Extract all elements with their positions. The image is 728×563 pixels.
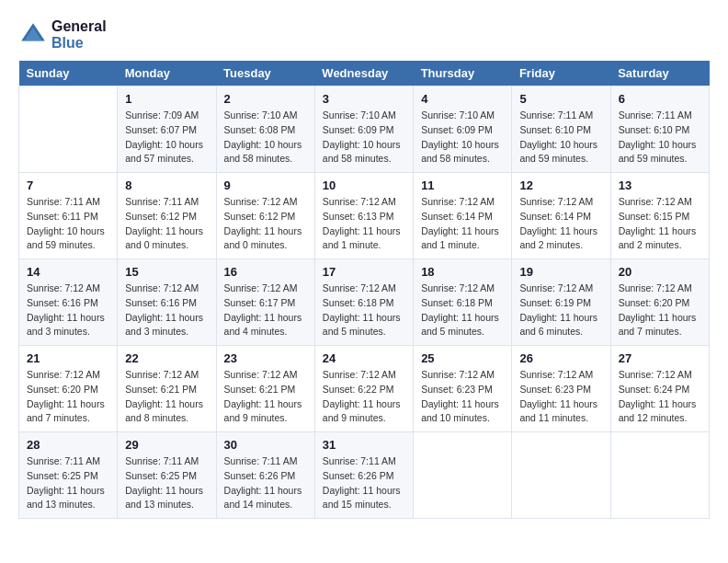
day-info: Sunrise: 7:11 AMSunset: 6:25 PMDaylight:…	[27, 454, 109, 512]
calendar-cell: 30Sunrise: 7:11 AMSunset: 6:26 PMDayligh…	[216, 432, 314, 519]
calendar-week-row: 7Sunrise: 7:11 AMSunset: 6:11 PMDaylight…	[19, 173, 710, 259]
day-number: 12	[519, 178, 602, 192]
day-info: Sunrise: 7:12 AMSunset: 6:17 PMDaylight:…	[224, 282, 307, 339]
day-number: 11	[421, 178, 504, 192]
calendar-week-row: 21Sunrise: 7:12 AMSunset: 6:20 PMDayligh…	[19, 346, 710, 432]
day-info: Sunrise: 7:12 AMSunset: 6:16 PMDaylight:…	[27, 282, 109, 339]
day-info: Sunrise: 7:12 AMSunset: 6:19 PMDaylight:…	[519, 282, 602, 339]
day-number: 24	[323, 351, 405, 365]
day-info: Sunrise: 7:12 AMSunset: 6:20 PMDaylight:…	[619, 282, 701, 339]
day-info: Sunrise: 7:12 AMSunset: 6:18 PMDaylight:…	[421, 282, 504, 339]
calendar-cell: 6Sunrise: 7:11 AMSunset: 6:10 PMDaylight…	[610, 86, 709, 173]
day-number: 30	[224, 438, 307, 452]
day-number: 14	[27, 265, 109, 279]
day-number: 19	[519, 265, 602, 279]
calendar-body: 1Sunrise: 7:09 AMSunset: 6:07 PMDaylight…	[19, 86, 710, 519]
day-info: Sunrise: 7:12 AMSunset: 6:22 PMDaylight:…	[323, 368, 405, 426]
calendar-week-row: 1Sunrise: 7:09 AMSunset: 6:07 PMDaylight…	[19, 86, 710, 173]
calendar-cell	[512, 432, 610, 519]
day-number: 2	[224, 92, 307, 106]
calendar-table: SundayMondayTuesdayWednesdayThursdayFrid…	[18, 61, 710, 519]
calendar-cell: 31Sunrise: 7:11 AMSunset: 6:26 PMDayligh…	[314, 432, 413, 519]
day-number: 18	[421, 265, 504, 279]
calendar-cell: 24Sunrise: 7:12 AMSunset: 6:22 PMDayligh…	[314, 346, 413, 432]
day-info: Sunrise: 7:12 AMSunset: 6:15 PMDaylight:…	[619, 195, 701, 253]
calendar-cell: 28Sunrise: 7:11 AMSunset: 6:25 PMDayligh…	[19, 432, 118, 519]
logo-text: General Blue	[51, 18, 107, 52]
day-info: Sunrise: 7:10 AMSunset: 6:08 PMDaylight:…	[224, 109, 307, 167]
calendar-cell: 8Sunrise: 7:11 AMSunset: 6:12 PMDaylight…	[118, 173, 216, 259]
calendar-cell: 21Sunrise: 7:12 AMSunset: 6:20 PMDayligh…	[19, 346, 118, 432]
day-info: Sunrise: 7:11 AMSunset: 6:11 PMDaylight:…	[27, 195, 109, 253]
calendar-cell: 9Sunrise: 7:12 AMSunset: 6:12 PMDaylight…	[216, 173, 314, 259]
calendar-cell: 4Sunrise: 7:10 AMSunset: 6:09 PMDaylight…	[414, 86, 512, 173]
day-number: 27	[619, 351, 701, 365]
calendar-cell: 29Sunrise: 7:11 AMSunset: 6:25 PMDayligh…	[118, 432, 216, 519]
day-info: Sunrise: 7:12 AMSunset: 6:21 PMDaylight:…	[224, 368, 307, 426]
day-number: 26	[519, 351, 602, 365]
calendar-cell: 3Sunrise: 7:10 AMSunset: 6:09 PMDaylight…	[314, 86, 413, 173]
day-number: 15	[125, 265, 208, 279]
calendar-cell: 1Sunrise: 7:09 AMSunset: 6:07 PMDaylight…	[118, 86, 216, 173]
day-number: 31	[323, 438, 405, 452]
calendar-cell: 18Sunrise: 7:12 AMSunset: 6:18 PMDayligh…	[414, 259, 512, 346]
day-number: 10	[323, 178, 405, 192]
day-number: 29	[125, 438, 208, 452]
calendar-week-row: 14Sunrise: 7:12 AMSunset: 6:16 PMDayligh…	[19, 259, 710, 346]
day-info: Sunrise: 7:11 AMSunset: 6:10 PMDaylight:…	[519, 109, 602, 167]
day-number: 20	[619, 265, 701, 279]
calendar-cell	[610, 432, 709, 519]
weekday-header-monday: Monday	[118, 61, 216, 86]
calendar-cell: 11Sunrise: 7:12 AMSunset: 6:14 PMDayligh…	[414, 173, 512, 259]
calendar-cell: 26Sunrise: 7:12 AMSunset: 6:23 PMDayligh…	[512, 346, 610, 432]
day-info: Sunrise: 7:12 AMSunset: 6:18 PMDaylight:…	[323, 282, 405, 339]
day-info: Sunrise: 7:12 AMSunset: 6:12 PMDaylight:…	[224, 195, 307, 253]
weekday-header-row: SundayMondayTuesdayWednesdayThursdayFrid…	[19, 61, 710, 86]
calendar-cell: 2Sunrise: 7:10 AMSunset: 6:08 PMDaylight…	[216, 86, 314, 173]
day-info: Sunrise: 7:12 AMSunset: 6:13 PMDaylight:…	[323, 195, 405, 253]
day-info: Sunrise: 7:11 AMSunset: 6:10 PMDaylight:…	[619, 109, 701, 167]
day-number: 4	[421, 92, 504, 106]
day-number: 5	[519, 92, 602, 106]
day-info: Sunrise: 7:12 AMSunset: 6:20 PMDaylight:…	[27, 368, 109, 426]
calendar-cell: 22Sunrise: 7:12 AMSunset: 6:21 PMDayligh…	[118, 346, 216, 432]
calendar-cell: 5Sunrise: 7:11 AMSunset: 6:10 PMDaylight…	[512, 86, 610, 173]
calendar-cell: 12Sunrise: 7:12 AMSunset: 6:14 PMDayligh…	[512, 173, 610, 259]
logo-icon	[18, 20, 48, 50]
day-number: 25	[421, 351, 504, 365]
calendar-cell	[19, 86, 118, 173]
day-info: Sunrise: 7:12 AMSunset: 6:14 PMDaylight:…	[421, 195, 504, 253]
day-number: 3	[323, 92, 405, 106]
day-info: Sunrise: 7:09 AMSunset: 6:07 PMDaylight:…	[125, 109, 208, 167]
day-number: 23	[224, 351, 307, 365]
day-number: 7	[27, 178, 109, 192]
calendar-cell: 17Sunrise: 7:12 AMSunset: 6:18 PMDayligh…	[314, 259, 413, 346]
day-number: 28	[27, 438, 109, 452]
calendar-header: SundayMondayTuesdayWednesdayThursdayFrid…	[19, 61, 710, 86]
day-number: 8	[125, 178, 208, 192]
weekday-header-thursday: Thursday	[414, 61, 512, 86]
calendar-cell: 27Sunrise: 7:12 AMSunset: 6:24 PMDayligh…	[610, 346, 709, 432]
day-number: 6	[619, 92, 701, 106]
calendar-cell: 25Sunrise: 7:12 AMSunset: 6:23 PMDayligh…	[414, 346, 512, 432]
day-info: Sunrise: 7:12 AMSunset: 6:21 PMDaylight:…	[125, 368, 208, 426]
day-info: Sunrise: 7:12 AMSunset: 6:23 PMDaylight:…	[421, 368, 504, 426]
day-info: Sunrise: 7:12 AMSunset: 6:23 PMDaylight:…	[519, 368, 602, 426]
calendar-cell	[414, 432, 512, 519]
day-number: 22	[125, 351, 208, 365]
day-number: 13	[619, 178, 701, 192]
calendar-cell: 15Sunrise: 7:12 AMSunset: 6:16 PMDayligh…	[118, 259, 216, 346]
weekday-header-tuesday: Tuesday	[216, 61, 314, 86]
weekday-header-saturday: Saturday	[610, 61, 709, 86]
day-info: Sunrise: 7:11 AMSunset: 6:26 PMDaylight:…	[224, 454, 307, 512]
calendar-cell: 20Sunrise: 7:12 AMSunset: 6:20 PMDayligh…	[610, 259, 709, 346]
day-number: 9	[224, 178, 307, 192]
calendar-cell: 14Sunrise: 7:12 AMSunset: 6:16 PMDayligh…	[19, 259, 118, 346]
weekday-header-sunday: Sunday	[19, 61, 118, 86]
page-header: General Blue	[18, 18, 710, 52]
day-info: Sunrise: 7:11 AMSunset: 6:26 PMDaylight:…	[323, 454, 405, 512]
day-number: 21	[27, 351, 109, 365]
calendar-cell: 23Sunrise: 7:12 AMSunset: 6:21 PMDayligh…	[216, 346, 314, 432]
weekday-header-friday: Friday	[512, 61, 610, 86]
day-info: Sunrise: 7:12 AMSunset: 6:24 PMDaylight:…	[619, 368, 701, 426]
